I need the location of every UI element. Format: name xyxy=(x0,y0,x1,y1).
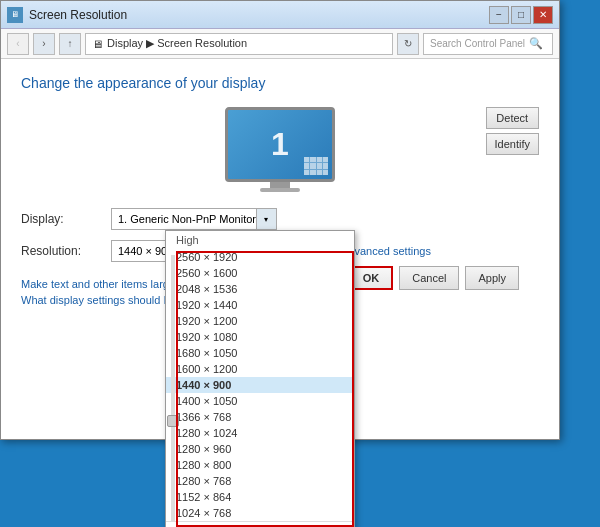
monitor-grid xyxy=(304,157,328,175)
title-bar-left: 🖥 Screen Resolution xyxy=(7,7,127,23)
address-path[interactable]: 🖥 Display ▶ Screen Resolution xyxy=(85,33,393,55)
slider-thumb[interactable] xyxy=(167,415,179,427)
monitor-base xyxy=(260,188,300,192)
resolution-option[interactable]: 1400 × 1050 xyxy=(166,393,354,409)
low-label: Low xyxy=(166,521,354,527)
monitor-container: 1 xyxy=(225,107,335,192)
resolution-option[interactable]: 2048 × 1536 xyxy=(166,281,354,297)
identify-button[interactable]: Identify xyxy=(486,133,539,155)
action-buttons: OK Cancel Apply xyxy=(349,266,519,290)
resolution-option[interactable]: 1440 × 900 xyxy=(166,377,354,393)
resolution-option[interactable]: 1280 × 800 xyxy=(166,457,354,473)
cancel-button[interactable]: Cancel xyxy=(399,266,459,290)
popup-slider[interactable] xyxy=(166,255,180,522)
window-title: Screen Resolution xyxy=(29,8,127,22)
address-icon: 🖥 xyxy=(92,38,103,50)
display-control: 1. Generic Non-PnP Monitor ▾ xyxy=(111,208,277,230)
apply-button[interactable]: Apply xyxy=(465,266,519,290)
maximize-button[interactable]: □ xyxy=(511,6,531,24)
back-button[interactable]: ‹ xyxy=(7,33,29,55)
slider-track xyxy=(171,255,175,522)
resolution-option[interactable]: 1024 × 768 xyxy=(166,505,354,521)
title-bar: 🖥 Screen Resolution − □ ✕ xyxy=(1,1,559,29)
display-value: 1. Generic Non-PnP Monitor xyxy=(118,213,256,225)
monitor-display: 1 xyxy=(225,107,335,182)
ok-button[interactable]: OK xyxy=(349,266,394,290)
resolution-option[interactable]: 1280 × 960 xyxy=(166,441,354,457)
resolution-option[interactable]: 1366 × 768 xyxy=(166,409,354,425)
detect-button[interactable]: Detect xyxy=(486,107,539,129)
forward-button[interactable]: › xyxy=(33,33,55,55)
resolution-option[interactable]: 2560 × 1600 xyxy=(166,265,354,281)
close-button[interactable]: ✕ xyxy=(533,6,553,24)
title-controls: − □ ✕ xyxy=(489,6,553,24)
display-label: Display: xyxy=(21,212,111,226)
display-row: Display: 1. Generic Non-PnP Monitor ▾ xyxy=(21,208,539,230)
resolution-popup: High 2560 × 19202560 × 16002048 × 153619… xyxy=(165,230,355,527)
resolution-label: Resolution: xyxy=(21,244,111,258)
resolution-option[interactable]: 1600 × 1200 xyxy=(166,361,354,377)
refresh-button[interactable]: ↻ xyxy=(397,33,419,55)
resolution-option[interactable]: 1152 × 864 xyxy=(166,489,354,505)
resolution-option[interactable]: 2560 × 1920 xyxy=(166,249,354,265)
search-icon: 🔍 xyxy=(529,37,543,50)
search-box[interactable]: Search Control Panel 🔍 xyxy=(423,33,553,55)
high-label: High xyxy=(166,231,354,249)
resolution-option[interactable]: 1280 × 1024 xyxy=(166,425,354,441)
address-text: Display ▶ Screen Resolution xyxy=(107,37,247,50)
monitor-number: 1 xyxy=(271,126,289,163)
detect-identify-buttons: Detect Identify xyxy=(486,107,539,155)
resolution-option[interactable]: 1680 × 1050 xyxy=(166,345,354,361)
resolution-option[interactable]: 1920 × 1440 xyxy=(166,297,354,313)
up-button[interactable]: ↑ xyxy=(59,33,81,55)
minimize-button[interactable]: − xyxy=(489,6,509,24)
display-dropdown-arrow: ▾ xyxy=(256,209,276,229)
resolution-option[interactable]: 1920 × 1080 xyxy=(166,329,354,345)
display-dropdown[interactable]: 1. Generic Non-PnP Monitor ▾ xyxy=(111,208,277,230)
address-bar: ‹ › ↑ 🖥 Display ▶ Screen Resolution ↻ Se… xyxy=(1,29,559,59)
window-icon: 🖥 xyxy=(7,7,23,23)
search-placeholder: Search Control Panel xyxy=(430,38,525,49)
resolution-list: 2560 × 19202560 × 16002048 × 15361920 × … xyxy=(166,249,354,521)
monitor-area: 1 xyxy=(21,107,539,192)
resolution-option[interactable]: 1280 × 768 xyxy=(166,473,354,489)
resolution-option[interactable]: 1920 × 1200 xyxy=(166,313,354,329)
page-title: Change the appearance of your display xyxy=(21,75,539,91)
